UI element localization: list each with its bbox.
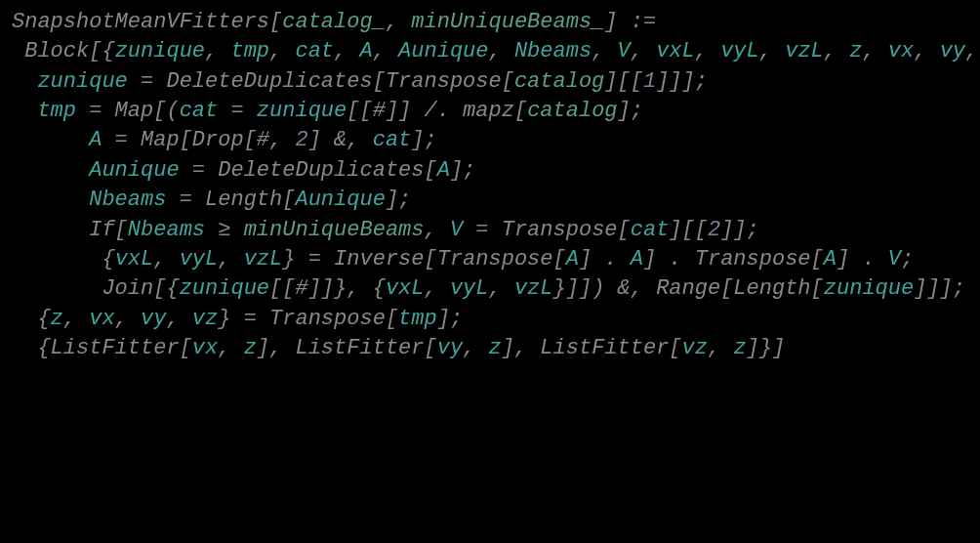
token: }]]) &, Range[Length[ [553,276,824,301]
code-line-5: A = Map[Drop[#, 2] &, cat]; [12,126,968,155]
arg-minUniqueBeams: minUniqueBeams [244,218,425,242]
code-line-1: SnapshotMeanVFitters[catalog_, minUnique… [12,8,968,37]
var-vxL: vxL [115,247,154,272]
token: {ListFitter[ [12,336,192,360]
var-Nbeams: Nbeams [514,39,592,63]
code-line-7: Nbeams = Length[Aunique]; [12,186,968,215]
token: , [695,39,720,63]
token [12,158,89,183]
token: ]]]; [914,276,965,301]
var-Nbeams: Nbeams [89,188,166,212]
number-2: 2 [708,218,720,242]
token: = [218,99,257,123]
var-z: z [849,39,862,63]
token: ]; [618,99,643,123]
var-vy: vy [940,39,965,63]
var-zunique: zunique [115,39,205,63]
var-A: A [631,247,643,272]
token: } = Inverse[Transpose[ [282,247,565,272]
token: , [708,336,733,360]
var-vzL: vzL [785,39,824,63]
var-V: V [450,218,463,242]
token: SnapshotMeanVFitters[ [12,10,282,34]
var-A: A [824,247,837,272]
arg-catalog: catalog_ [282,10,386,34]
var-vxL: vxL [386,276,425,301]
var-Aunique: Aunique [89,158,179,183]
code-line-10: Join[{zunique[[#]]}, {vxL, vyL, vzL}]]) … [12,274,968,304]
var-z: z [733,336,746,360]
token: , [914,39,939,63]
code-line-8: If[Nbeams ≥ minUniqueBeams, V = Transpos… [12,216,968,245]
token [12,69,37,94]
var-zunique: zunique [180,276,269,301]
token [12,99,37,123]
arg-catalog: catalog [514,69,604,94]
token: { [12,307,51,331]
token: ]]]; [656,69,708,94]
var-cat: cat [180,99,219,123]
var-vxL: vxL [656,39,695,63]
var-vzL: vzL [514,276,553,301]
var-z: z [51,307,63,331]
token: , [489,39,514,63]
token: ]}] [747,336,786,360]
token: , [218,247,243,272]
token: ] := [604,10,656,34]
var-vx: vx [888,39,914,63]
token: , [425,218,450,242]
var-Aunique: Aunique [398,39,488,63]
token: = Transpose[ [463,218,631,242]
var-cat: cat [295,39,334,63]
var-A: A [437,158,450,183]
token: ], ListFitter[ [257,336,437,360]
token: ] . Transpose[ [643,247,824,272]
token: [[#]]}, { [269,276,386,301]
token: , [63,307,89,331]
token: , [759,39,785,63]
token: ]]; [720,218,759,242]
token: ]; [450,158,475,183]
var-vyL: vyL [180,247,219,272]
token: ; [901,247,914,272]
var-z: z [489,336,502,360]
var-vz: vz [192,307,218,331]
token: , [425,276,450,301]
token: = Map[( [76,99,180,123]
code-block: SnapshotMeanVFitters[catalog_, minUnique… [12,8,968,363]
var-vyL: vyL [450,276,489,301]
var-V: V [888,247,901,272]
token: , [115,307,141,331]
var-zunique: zunique [257,99,347,123]
token: If[ [12,218,128,242]
var-cat: cat [631,218,670,242]
token: , [965,39,980,63]
token: ]; [411,128,436,152]
token: , [463,336,488,360]
var-z: z [244,336,257,360]
var-vzL: vzL [244,247,283,272]
token: ] . [837,247,888,272]
code-line-6: Aunique = DeleteDuplicates[A]; [12,156,968,186]
number-1: 1 [643,69,656,94]
token: = DeleteDuplicates[Transpose[ [128,69,514,94]
var-tmp: tmp [37,99,76,123]
token: = Map[Drop[#, [102,128,295,152]
arg-catalog: catalog [527,99,617,123]
token: ] &, [308,128,373,152]
var-vy: vy [437,336,463,360]
token: = Length[ [166,188,295,212]
token: Block[{ [12,39,115,63]
token: , [386,10,411,34]
token: , [166,307,191,331]
token: [[#]] /. mapz[ [347,99,527,123]
number-2: 2 [295,128,307,152]
var-Nbeams: Nbeams [128,218,205,242]
token: , [153,247,179,272]
var-zunique: zunique [37,69,127,94]
var-cat: cat [373,128,412,152]
token: ≥ [205,218,244,242]
arg-minUniqueBeams: minUniqueBeams_ [411,10,604,34]
token: { [12,247,115,272]
code-line-2: Block[{zunique, tmp, cat, A, Aunique, Nb… [12,37,968,66]
